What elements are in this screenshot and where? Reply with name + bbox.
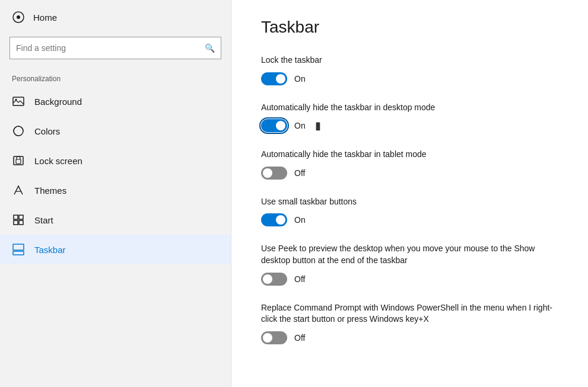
svg-point-2 xyxy=(15,99,17,101)
toggle-row-lock-taskbar: On xyxy=(261,72,558,85)
toggle-thumb-peek-preview xyxy=(263,274,272,284)
toggle-lock-taskbar[interactable] xyxy=(261,72,287,85)
svg-rect-9 xyxy=(19,220,23,225)
toggle-text-auto-hide-tablet: Off xyxy=(294,168,305,178)
setting-label-auto-hide-desktop: Automatically hide the taskbar in deskto… xyxy=(261,102,558,114)
background-label: Background xyxy=(34,97,82,107)
colors-label: Colors xyxy=(34,126,60,136)
svg-rect-8 xyxy=(14,220,18,225)
sidebar-item-home[interactable]: Home xyxy=(0,0,231,32)
toggle-row-small-buttons: On xyxy=(261,213,558,226)
setting-label-peek-preview: Use Peek to preview the desktop when you… xyxy=(261,243,558,266)
toggle-thumb-lock-taskbar xyxy=(276,74,285,84)
lock-screen-label: Lock screen xyxy=(34,156,82,166)
toggle-row-auto-hide-tablet: Off xyxy=(261,167,558,180)
taskbar-label: Taskbar xyxy=(34,245,66,255)
setting-small-buttons: Use small taskbar buttons On xyxy=(261,196,558,227)
setting-replace-cmd: Replace Command Prompt with Windows Powe… xyxy=(261,302,558,344)
search-box[interactable]: 🔍 xyxy=(9,37,221,59)
sidebar-item-taskbar[interactable]: Taskbar xyxy=(0,235,231,264)
lock-screen-icon xyxy=(12,154,25,167)
sidebar-item-colors[interactable]: Colors xyxy=(0,116,231,146)
toggle-text-peek-preview: Off xyxy=(294,274,305,284)
start-icon xyxy=(12,213,25,226)
background-icon xyxy=(12,95,25,108)
svg-rect-11 xyxy=(13,244,24,250)
sidebar: Home 🔍 Personalization Background xyxy=(0,0,231,387)
main-content: Taskbar Lock the taskbar On Automaticall… xyxy=(231,0,588,387)
toggle-auto-hide-desktop[interactable] xyxy=(261,119,287,132)
toggle-thumb-auto-hide-tablet xyxy=(263,168,272,178)
toggle-text-lock-taskbar: On xyxy=(294,74,306,84)
home-label: Home xyxy=(33,12,57,23)
toggle-small-buttons[interactable] xyxy=(261,213,287,226)
cursor-icon: ▮ xyxy=(315,119,321,132)
svg-rect-6 xyxy=(14,215,18,219)
setting-label-lock-taskbar: Lock the taskbar xyxy=(261,55,558,66)
toggle-text-auto-hide-desktop: On xyxy=(294,121,306,130)
colors-icon xyxy=(12,124,25,137)
page-title: Taskbar xyxy=(261,18,558,37)
sidebar-item-background[interactable]: Background xyxy=(0,87,231,116)
toggle-row-auto-hide-desktop: On ▮ xyxy=(261,119,558,132)
start-label: Start xyxy=(34,215,53,225)
toggle-row-peek-preview: Off xyxy=(261,273,558,286)
toggle-thumb-auto-hide-desktop xyxy=(276,121,285,130)
setting-label-small-buttons: Use small taskbar buttons xyxy=(261,196,558,208)
sidebar-item-themes[interactable]: Themes xyxy=(0,175,231,205)
setting-label-replace-cmd: Replace Command Prompt with Windows Powe… xyxy=(261,302,558,325)
setting-auto-hide-tablet: Automatically hide the taskbar in tablet… xyxy=(261,149,558,180)
setting-peek-preview: Use Peek to preview the desktop when you… xyxy=(261,243,558,285)
search-area: 🔍 xyxy=(0,32,231,69)
setting-lock-taskbar: Lock the taskbar On xyxy=(261,55,558,85)
toggle-text-small-buttons: On xyxy=(294,215,306,225)
search-icon: 🔍 xyxy=(199,43,221,53)
search-input[interactable] xyxy=(10,43,199,53)
themes-icon xyxy=(12,184,25,197)
themes-label: Themes xyxy=(34,185,66,196)
toggle-replace-cmd[interactable] xyxy=(261,331,287,344)
taskbar-icon xyxy=(12,243,25,256)
toggle-peek-preview[interactable] xyxy=(261,273,287,286)
sidebar-item-lock-screen[interactable]: Lock screen xyxy=(0,146,231,175)
home-icon xyxy=(12,11,25,24)
sidebar-item-start[interactable]: Start xyxy=(0,205,231,235)
svg-rect-10 xyxy=(13,251,24,255)
toggle-thumb-small-buttons xyxy=(276,215,285,225)
setting-auto-hide-desktop: Automatically hide the taskbar in deskto… xyxy=(261,102,558,133)
svg-rect-7 xyxy=(19,215,23,219)
toggle-thumb-replace-cmd xyxy=(263,333,272,343)
setting-label-auto-hide-tablet: Automatically hide the taskbar in tablet… xyxy=(261,149,558,161)
svg-rect-5 xyxy=(16,159,21,164)
section-label: Personalization xyxy=(0,69,231,87)
toggle-text-replace-cmd: Off xyxy=(294,333,305,343)
toggle-row-replace-cmd: Off xyxy=(261,331,558,344)
toggle-auto-hide-tablet[interactable] xyxy=(261,167,287,180)
